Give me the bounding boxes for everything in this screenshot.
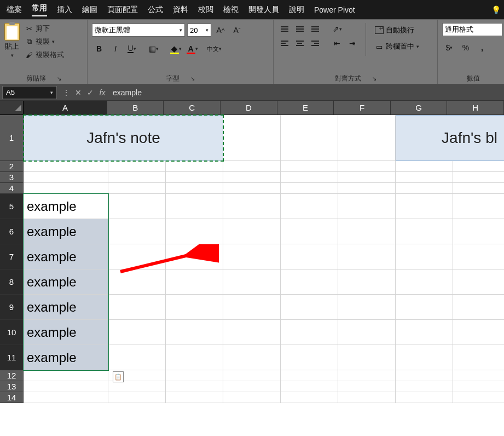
cell-F3[interactable] xyxy=(338,172,396,183)
tab-developer[interactable]: 開發人員 xyxy=(248,5,279,15)
tab-review[interactable]: 校閱 xyxy=(198,5,213,15)
cell-H5[interactable] xyxy=(453,194,504,219)
cell-D2[interactable] xyxy=(223,161,281,172)
tab-file[interactable]: 檔案 xyxy=(7,5,22,15)
cell-C6[interactable] xyxy=(166,219,223,244)
cell-H12[interactable] xyxy=(453,370,504,381)
tab-help[interactable]: 說明 xyxy=(289,5,304,15)
cell-A4[interactable] xyxy=(24,183,108,194)
row-header-10[interactable]: 10 xyxy=(0,320,24,345)
align-top-icon[interactable] xyxy=(278,23,291,35)
cell-D7[interactable] xyxy=(223,244,281,269)
cell-C14[interactable] xyxy=(166,392,223,403)
cell-A6[interactable]: example xyxy=(24,219,108,244)
col-header-H[interactable]: H xyxy=(447,101,504,115)
cell-G11[interactable] xyxy=(396,345,453,370)
cell-C13[interactable] xyxy=(166,381,223,392)
cell-D4[interactable] xyxy=(223,183,281,194)
cell-G12[interactable] xyxy=(396,370,453,381)
row-header-14[interactable]: 14 xyxy=(0,392,24,403)
cell-G6[interactable] xyxy=(396,219,453,244)
align-right-icon[interactable] xyxy=(309,37,322,49)
cell-B8[interactable] xyxy=(108,269,166,295)
wrap-text-button[interactable]: 自動換行 xyxy=(373,23,421,37)
cell-A13[interactable] xyxy=(24,381,108,392)
cell-D10[interactable] xyxy=(223,320,281,345)
cell-F6[interactable] xyxy=(338,219,396,244)
cell-F14[interactable] xyxy=(338,392,396,403)
cell-C8[interactable] xyxy=(166,269,223,295)
cell-F2[interactable] xyxy=(338,161,396,172)
cell-E1[interactable] xyxy=(281,115,338,161)
fill-color-button[interactable]: ◆▾ xyxy=(169,42,183,56)
paste-button[interactable]: 貼上 ▾ xyxy=(4,23,20,58)
cell-E5[interactable] xyxy=(281,194,338,219)
chevron-down-icon[interactable]: ▾ xyxy=(52,39,55,44)
tab-home[interactable]: 常用 xyxy=(32,3,47,16)
cell-H4[interactable] xyxy=(453,183,504,194)
cell-G14[interactable] xyxy=(396,392,453,403)
cell-B11[interactable] xyxy=(108,345,166,370)
row-header-3[interactable]: 3 xyxy=(0,172,24,183)
col-header-E[interactable]: E xyxy=(277,101,334,115)
cell-C4[interactable] xyxy=(166,183,223,194)
cell-D9[interactable] xyxy=(223,295,281,320)
cell-C12[interactable] xyxy=(166,370,223,381)
cell-C9[interactable] xyxy=(166,295,223,320)
cell-F4[interactable] xyxy=(338,183,396,194)
col-header-A[interactable]: A xyxy=(24,101,107,115)
cell-A12[interactable] xyxy=(24,370,108,381)
cell-F8[interactable] xyxy=(338,269,396,295)
cell-D3[interactable] xyxy=(223,172,281,183)
merged-cell-A1-C1[interactable]: Jafn's note xyxy=(24,115,223,161)
cell-A2[interactable] xyxy=(24,161,108,172)
cell-D11[interactable] xyxy=(223,345,281,370)
cell-B2[interactable] xyxy=(108,161,166,172)
tab-draw[interactable]: 繪圖 xyxy=(82,5,97,15)
cell-F12[interactable] xyxy=(338,370,396,381)
cell-E3[interactable] xyxy=(281,172,338,183)
cell-E14[interactable] xyxy=(281,392,338,403)
cell-F10[interactable] xyxy=(338,320,396,345)
col-header-F[interactable]: F xyxy=(334,101,391,115)
cancel-icon[interactable]: ✕ xyxy=(72,88,84,97)
bold-button[interactable]: B xyxy=(92,42,106,56)
row-header-12[interactable]: 12 xyxy=(0,370,24,381)
cell-B9[interactable] xyxy=(108,295,166,320)
cell-D6[interactable] xyxy=(223,219,281,244)
decrease-indent-icon[interactable]: ⇤ xyxy=(331,37,344,49)
row-header-11[interactable]: 11 xyxy=(0,345,24,370)
cell-G3[interactable] xyxy=(396,172,453,183)
row-header-1[interactable]: 1 xyxy=(0,115,24,161)
currency-icon[interactable]: $▾ xyxy=(442,41,456,55)
cell-E13[interactable] xyxy=(281,381,338,392)
cell-D5[interactable] xyxy=(223,194,281,219)
cell-H14[interactable] xyxy=(453,392,504,403)
number-format-select[interactable]: 通用格式 xyxy=(442,23,502,36)
align-bottom-icon[interactable] xyxy=(309,23,322,35)
dialog-launcher-icon[interactable]: ↘ xyxy=(372,76,376,82)
confirm-icon[interactable]: ✓ xyxy=(84,88,96,97)
align-middle-icon[interactable] xyxy=(293,23,306,35)
cell-A8[interactable]: example xyxy=(24,269,108,295)
cell-D13[interactable] xyxy=(223,381,281,392)
cell-A5[interactable]: example xyxy=(24,194,108,219)
cell-H2[interactable] xyxy=(453,161,504,172)
dialog-launcher-icon[interactable]: ↘ xyxy=(190,76,195,82)
phonetic-button[interactable]: 中文▾ xyxy=(207,42,222,56)
row-header-9[interactable]: 9 xyxy=(0,295,24,320)
tab-formulas[interactable]: 公式 xyxy=(148,5,163,15)
cell-G9[interactable] xyxy=(396,295,453,320)
row-header-2[interactable]: 2 xyxy=(0,161,24,172)
align-center-icon[interactable] xyxy=(293,37,306,49)
cell-B6[interactable] xyxy=(108,219,166,244)
cell-E4[interactable] xyxy=(281,183,338,194)
cell-G7[interactable] xyxy=(396,244,453,269)
cell-G13[interactable] xyxy=(396,381,453,392)
cell-C10[interactable] xyxy=(166,320,223,345)
borders-button[interactable]: ▦▾ xyxy=(147,42,161,56)
cell-B4[interactable] xyxy=(108,183,166,194)
cell-A11[interactable]: example xyxy=(24,345,108,370)
cell-E9[interactable] xyxy=(281,295,338,320)
align-left-icon[interactable] xyxy=(278,37,291,49)
